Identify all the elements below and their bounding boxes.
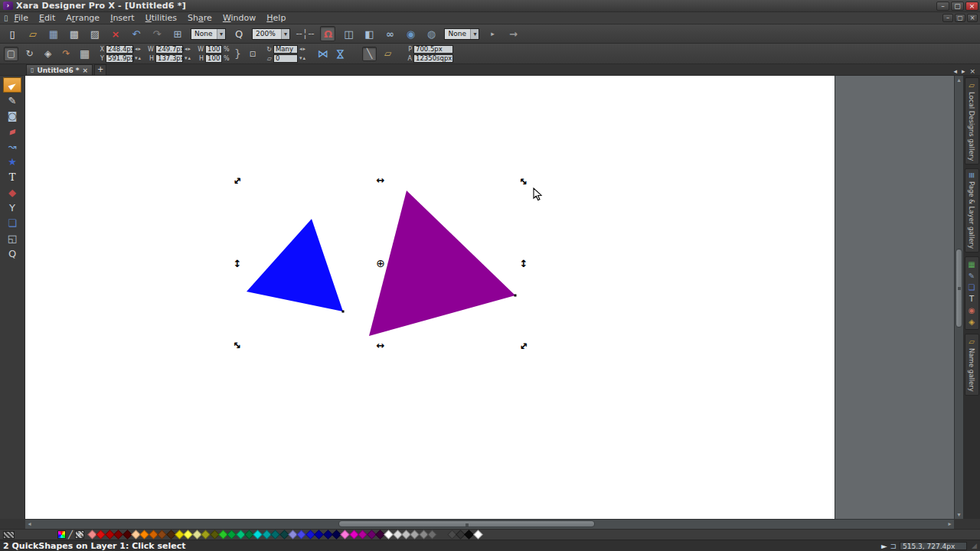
color-swatch[interactable] (427, 530, 437, 540)
color-swatch[interactable] (473, 530, 483, 540)
menu-file[interactable]: File (15, 13, 28, 23)
height-percent-field[interactable]: 100 (205, 54, 222, 63)
snap-to-grid-icon[interactable]: ▦ (77, 47, 92, 61)
resize-grip-icon[interactable]: ◢ (972, 542, 977, 549)
undo-icon[interactable]: ↶ (129, 26, 144, 41)
fonts-gallery-icon[interactable]: T (969, 294, 974, 304)
scroll-down-icon[interactable]: ▾ (955, 510, 963, 519)
height-spinner[interactable]: ▾▴ (185, 55, 191, 61)
rotate-spinner[interactable]: ◂▸ (299, 46, 306, 52)
tag-icon[interactable]: ▱ (381, 47, 395, 61)
photo-tool[interactable]: ◙ (3, 108, 21, 123)
web-export-icon[interactable]: ◉ (403, 26, 418, 41)
scroll-up-icon[interactable]: ▴ (955, 76, 963, 84)
shape-point-dot[interactable] (342, 311, 345, 313)
blue-triangle[interactable] (247, 219, 343, 311)
minimize-button[interactable]: – (936, 2, 949, 11)
shadow-tool[interactable]: ❏ (3, 215, 21, 230)
save-icon[interactable]: ▦ (46, 26, 61, 41)
feather-dropdown-arrow-icon[interactable]: ▾ (217, 29, 225, 39)
page-preview-icon[interactable]: ◫ (341, 26, 356, 41)
preset-dropdown[interactable]: None▾ (444, 28, 479, 40)
preset-dropdown-next-icon[interactable]: ▸ (485, 26, 500, 41)
page-layer-gallery-tab[interactable]: ≣Page & Layer gallery (965, 168, 979, 252)
open-icon[interactable]: ▱ (25, 26, 41, 41)
width-spinner[interactable]: ◂▸ (185, 46, 191, 52)
y-position-field[interactable]: 591.9px (106, 54, 133, 63)
doc-minimize-button[interactable]: – (942, 14, 953, 22)
rotation-handles-icon[interactable]: ↻ (22, 47, 37, 61)
color-swatch[interactable] (358, 530, 368, 540)
menu-arrange[interactable]: Arrange (66, 13, 100, 23)
menu-share[interactable]: Share (188, 13, 212, 23)
text-tool[interactable]: T (3, 169, 21, 184)
x-spinner[interactable]: ◂▸ (135, 46, 142, 52)
tab-close-icon[interactable]: × (83, 67, 89, 74)
clipart-gallery-icon[interactable]: ❏ (969, 282, 975, 292)
menu-window[interactable]: Window (223, 13, 256, 23)
rotate-contents-icon[interactable]: ↷ (59, 47, 74, 61)
erase-tool[interactable]: ▰ (3, 123, 21, 139)
web-publish-icon[interactable]: ◍ (423, 26, 439, 41)
flip-horizontal-icon[interactable]: ⋈ (315, 47, 330, 61)
fill-handles-icon[interactable]: ◈ (41, 47, 55, 61)
delete-icon[interactable]: × (108, 26, 123, 41)
forward-icon[interactable]: → (505, 26, 521, 41)
quickshape-tool[interactable]: ★ (3, 154, 21, 169)
skew-field[interactable]: 0 (273, 54, 298, 63)
zoom-tool-icon[interactable]: Q (231, 26, 247, 41)
vertical-scroll-thumb[interactable] (956, 249, 962, 328)
bitmap-gallery-icon[interactable]: ▦ (968, 259, 975, 269)
menu-insert[interactable]: Insert (110, 13, 135, 23)
document-tab[interactable]: ▯ Untitled6 * × (26, 64, 93, 75)
scroll-left-icon[interactable]: ◂ (25, 520, 34, 529)
name-gallery-tab[interactable]: ▱Name gallery (965, 334, 979, 396)
pattern-swatch-icon[interactable]: × (75, 530, 84, 539)
scale-line-widths-icon[interactable]: ╲ (362, 47, 377, 61)
line-gallery-icon[interactable]: ✎ (969, 271, 975, 281)
shape-editor-tool[interactable]: ↝ (3, 139, 21, 154)
scroll-right-icon[interactable]: ▸ (946, 520, 954, 529)
rotate-field[interactable]: Many (273, 45, 298, 54)
fill-gallery-icon[interactable]: ◈ (969, 317, 975, 327)
width-field[interactable]: 249.7px (155, 45, 183, 54)
menu-edit[interactable]: Edit (39, 13, 55, 23)
eyedropper-icon[interactable]: ╱ (68, 530, 73, 539)
vertical-scrollbar[interactable]: ▴ ▾ (954, 76, 963, 519)
freehand-tool[interactable]: ✎ (3, 93, 21, 108)
zoom-tool[interactable]: Q (3, 246, 21, 261)
snap-to-objects-icon[interactable]: Ω (320, 26, 335, 41)
horizontal-scrollbar[interactable]: ◂ ▸ (25, 519, 954, 529)
color-swatch[interactable] (201, 530, 211, 540)
x-position-field[interactable]: 248.4px (106, 45, 133, 54)
no-color-swatch[interactable] (3, 531, 15, 539)
tabbar-close-icon[interactable]: × (969, 67, 975, 75)
maximize-button[interactable]: ▢ (951, 2, 964, 11)
tab-scroll-left-icon[interactable]: ◂ (953, 67, 957, 75)
feather-dropdown[interactable]: None▾ (191, 28, 226, 40)
document-preview-icon[interactable]: ◧ (361, 26, 377, 41)
flip-vertical-icon[interactable]: ⋈ (334, 47, 348, 61)
width-percent-field[interactable]: 100 (205, 45, 222, 54)
show-bounds-handles-icon[interactable]: ▢ (4, 47, 18, 61)
menu-utilities[interactable]: Utilities (145, 13, 177, 23)
y-spinner[interactable]: ▾▴ (135, 55, 142, 61)
nudge-size-icon[interactable]: ╌╎╌ (296, 26, 315, 41)
hyperlink-icon[interactable]: ∞ (382, 26, 397, 41)
paste-icon[interactable]: ▨ (87, 26, 103, 41)
copy-icon[interactable]: ▩ (67, 26, 82, 41)
selector-tool[interactable]: ► (3, 77, 21, 93)
color-editor-icon[interactable] (57, 530, 66, 539)
skew-spinner[interactable]: ▾▴ (299, 55, 306, 61)
horizontal-scroll-thumb[interactable] (338, 520, 595, 527)
lock-aspect-icon[interactable]: ⊡ (247, 48, 258, 59)
zoom-level-dropdown-arrow-icon[interactable]: ▾ (281, 29, 289, 39)
duplicate-icon[interactable]: ⊞ (170, 26, 185, 41)
purple-triangle[interactable] (369, 191, 515, 336)
canvas[interactable]: ↔↔↔↕⊕↕↔↔↔ (25, 76, 954, 519)
doc-close-button[interactable]: × (967, 14, 978, 22)
color-swatch[interactable] (157, 530, 167, 540)
new-icon[interactable]: ▯ (5, 26, 20, 41)
tab-scroll-right-icon[interactable]: ▸ (962, 67, 965, 75)
color-gallery-icon[interactable]: ◉ (969, 305, 975, 315)
